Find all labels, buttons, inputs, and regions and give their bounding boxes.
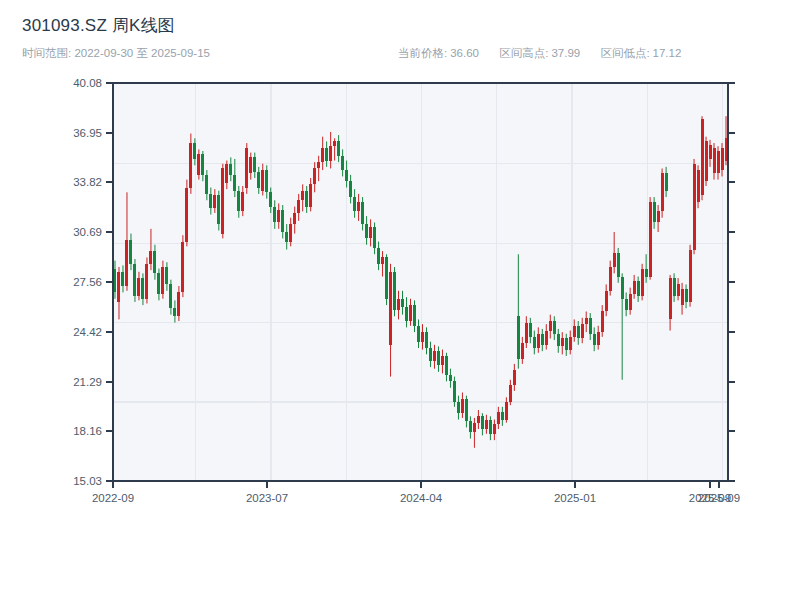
candle-body-up xyxy=(597,332,600,345)
candle-body-up xyxy=(357,202,360,212)
candle-body-up xyxy=(329,146,332,160)
candle-body-down xyxy=(685,289,688,302)
candle-body-down xyxy=(193,143,196,159)
candle-body-down xyxy=(541,334,544,345)
candle-body-up xyxy=(609,267,612,291)
candle-body-down xyxy=(285,232,288,242)
candle-body-down xyxy=(165,267,168,284)
y-tick-label: 33.82 xyxy=(73,176,102,188)
candle-body-up xyxy=(605,291,608,312)
candle-body-down xyxy=(153,251,156,273)
candle-body-down xyxy=(209,194,212,208)
candle-body-up xyxy=(313,168,316,184)
y-tick-label: 30.69 xyxy=(73,226,102,238)
candle-body-down xyxy=(385,257,388,298)
candle-body-down xyxy=(469,421,472,432)
y-tick-label: 18.16 xyxy=(73,425,102,437)
candle-body-up xyxy=(137,278,140,295)
candle-body-up xyxy=(289,224,292,241)
candle-body-up xyxy=(145,264,148,299)
candle-body-up xyxy=(277,210,280,223)
candle-body-up xyxy=(189,143,192,187)
candle-body-down xyxy=(201,154,204,175)
candle-body-down xyxy=(325,148,328,161)
candle-body-down xyxy=(673,278,676,295)
candle-body-down xyxy=(533,337,536,348)
candle-body-down xyxy=(465,399,468,421)
candle-body-up xyxy=(601,311,604,332)
candle-body-up xyxy=(477,416,480,422)
candle-body-up xyxy=(249,157,252,173)
candle-body-down xyxy=(373,227,376,248)
candle-body-up xyxy=(161,267,164,294)
y-tick-label: 27.56 xyxy=(73,276,102,288)
candle-body-up xyxy=(657,211,660,222)
candle-body-down xyxy=(489,420,492,434)
x-tick-label: 2025-09 xyxy=(698,492,740,504)
candle-body-down xyxy=(517,316,520,359)
candle-body-up xyxy=(569,337,572,350)
candle-body-down xyxy=(365,224,368,238)
candle-body-down xyxy=(589,318,592,334)
candle-body-up xyxy=(573,326,576,337)
candle-body-up xyxy=(561,338,564,346)
candle-body-down xyxy=(205,175,208,194)
candle-body-up xyxy=(545,331,548,345)
candle-body-down xyxy=(413,305,416,326)
candle-body-down xyxy=(129,240,132,264)
candle-body-up xyxy=(225,164,228,183)
candle-body-up xyxy=(297,200,300,213)
candle-body-up xyxy=(409,305,412,321)
candle-body-down xyxy=(237,191,240,212)
candle-body-up xyxy=(473,423,476,433)
candle-body-down xyxy=(133,264,136,296)
candle-body-down xyxy=(273,207,276,223)
candle-body-up xyxy=(389,272,392,345)
y-tick-label: 40.08 xyxy=(73,77,102,89)
candle-body-up xyxy=(245,148,248,188)
candle-body-down xyxy=(665,173,668,190)
candle-body-up xyxy=(261,170,264,191)
candle-body-up xyxy=(441,356,444,366)
candle-body-up xyxy=(505,402,508,419)
candle-body-down xyxy=(349,181,352,197)
candle-body-up xyxy=(677,284,680,295)
candle-body-up xyxy=(513,370,516,384)
candle-body-down xyxy=(157,273,160,294)
candle-body-down xyxy=(253,157,256,171)
candle-body-up xyxy=(213,195,216,208)
candle-body-down xyxy=(353,197,356,211)
candle-body-down xyxy=(429,348,432,361)
candle-body-up xyxy=(661,173,664,211)
page: { "header": { "title": "301093.SZ 周K线图",… xyxy=(0,0,800,600)
candle-body-up xyxy=(717,151,720,173)
candle-body-up xyxy=(149,251,152,264)
candle-body-up xyxy=(693,164,696,250)
candle-body-down xyxy=(341,156,344,170)
candle-body-up xyxy=(705,141,708,181)
candle-body-up xyxy=(689,250,692,302)
candle-body-down xyxy=(229,164,232,175)
kline-chart: 40.0836.9533.8230.6927.5624.4221.2918.16… xyxy=(0,0,800,600)
plot-area xyxy=(113,83,728,481)
candle-body-down xyxy=(173,308,176,316)
candle-body-up xyxy=(321,148,324,162)
candle-body-up xyxy=(397,299,400,310)
candle-body-down xyxy=(305,191,308,207)
y-tick-label: 15.03 xyxy=(73,475,102,487)
y-tick-label: 36.95 xyxy=(73,127,102,139)
candle-body-down xyxy=(625,299,628,310)
candle-body-down xyxy=(169,284,172,308)
candle-body-down xyxy=(449,375,452,381)
candle-body-down xyxy=(405,307,408,321)
candle-body-up xyxy=(641,269,644,296)
candle-body-up xyxy=(125,240,128,286)
candle-body-up xyxy=(381,257,384,263)
candle-body-down xyxy=(141,278,144,299)
candle-body-up xyxy=(177,292,180,316)
candle-body-down xyxy=(553,321,556,334)
candle-body-up xyxy=(309,184,312,206)
candle-body-down xyxy=(269,192,272,206)
candle-body-down xyxy=(645,269,648,277)
candle-body-up xyxy=(669,278,672,319)
